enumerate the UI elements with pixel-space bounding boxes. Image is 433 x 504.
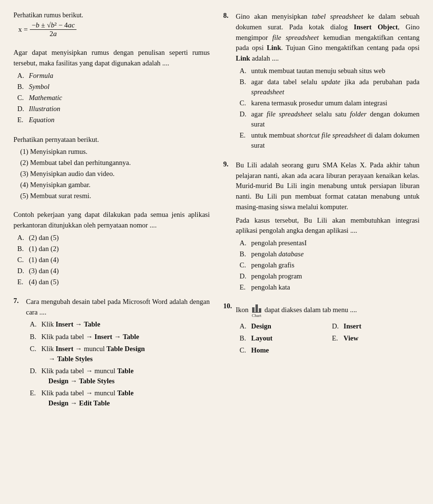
option-letter: D. — [30, 366, 38, 386]
question-10-content: Ikon Chart dapat diakses dalam tab menu … — [236, 302, 420, 356]
question-1-text: Agar dapat menyisipkan rumus dengan penu… — [13, 48, 210, 69]
option-text: Insert — [344, 321, 361, 331]
contoh-option-a: A. (2) dan (5) — [17, 233, 210, 243]
q10-option-d: D. Insert — [332, 321, 420, 331]
question-8-number: 8. — [223, 12, 233, 151]
option-letter: E. — [17, 277, 26, 287]
option-letter: D. — [17, 104, 26, 114]
option-letter: B. — [17, 244, 26, 254]
contoh-option-d: D. (3) dan (4) — [17, 266, 210, 276]
q7-option-a: A. Klik Insert → Table — [30, 319, 210, 329]
question-9-content: Bu Lili adalah seorang guru SMA Kelas X.… — [236, 160, 420, 293]
formula-display: x = −b ± √b² − 4ac 2a — [18, 21, 210, 38]
option-text: Klik Insert → Table — [41, 319, 100, 329]
option-text: View — [344, 333, 358, 343]
question-7-text: Cara mengubah desain tabel pada Microsof… — [26, 297, 210, 318]
option-text: (1) dan (4) — [29, 255, 59, 265]
option-1a: A. Formula — [17, 71, 210, 81]
page-container: Perhatikan rumus berikut. x = −b ± √b² −… — [13, 12, 420, 414]
q10-option-a: A. Design — [240, 321, 327, 331]
option-text: Equation — [29, 115, 54, 125]
question-8-options: A. untuk membuat tautan menuju sebuah si… — [240, 66, 420, 151]
option-text: Illustration — [29, 104, 60, 114]
q7-option-c: C. Klik Insert → muncul Table Design → T… — [30, 344, 210, 364]
option-1b: B. Symbol — [17, 82, 210, 92]
question-7-content: Cara mengubah desain tabel pada Microsof… — [26, 297, 210, 410]
q9-option-b: B. pengolah database — [240, 249, 420, 259]
option-letter: D. — [240, 109, 248, 129]
q9-option-a: A. pengolah presentasI — [240, 238, 420, 248]
pernyataan-item-4: (4) Menyisipkan gambar. — [20, 180, 210, 190]
q9-option-c: C. pengolah grafis — [240, 260, 420, 270]
question-8-text: Gino akan menyisipkan tabel spreadsheet … — [236, 12, 420, 64]
option-text: pengolah presentasI — [251, 238, 307, 248]
q7-option-e: E. Klik pada tabel → muncul Table Design… — [30, 388, 210, 408]
contoh-option-b: B. (1) dan (2) — [17, 244, 210, 254]
contoh-options: A. (2) dan (5) B. (1) dan (2) C. (1) dan… — [17, 233, 210, 287]
option-letter: D. — [240, 271, 248, 281]
formula-fraction: −b ± √b² − 4ac 2a — [30, 21, 77, 38]
pernyataan-item-5: (5) Membuat surat resmi. — [20, 191, 210, 201]
pernyataan-intro: Perhatikan pernyataan berikut. — [13, 135, 210, 145]
option-text: untuk membuat tautan menuju sebuah situs… — [251, 66, 385, 76]
q10-option-c: C. Home — [240, 345, 327, 355]
pernyataan-item-2: (2) Membuat tabel dan perhitungannya. — [20, 158, 210, 168]
contoh-text: Contoh pekerjaan yang dapat dilakukan pa… — [13, 210, 210, 231]
pernyataan-item-1: (1) Menyisipkan rumus. — [20, 147, 210, 157]
option-text: (3) dan (4) — [29, 266, 59, 276]
option-letter: E. — [17, 115, 26, 125]
q8-option-b: B. agar data tabel selalu update jika ad… — [240, 77, 420, 97]
pernyataan-list: (1) Menyisipkan rumus. (2) Membuat tabel… — [20, 147, 210, 201]
option-text: pengolah program — [251, 271, 302, 281]
option-text: (1) dan (2) — [29, 244, 59, 254]
bar-1 — [252, 307, 255, 312]
q7-option-d: D. Klik pada tabel → muncul Table Design… — [30, 366, 210, 386]
pernyataan-block: Perhatikan pernyataan berikut. (1) Menyi… — [13, 135, 210, 202]
question-9-block: 9. Bu Lili adalah seorang guru SMA Kelas… — [223, 160, 420, 293]
bar-2 — [255, 304, 258, 312]
option-text: Formula — [29, 71, 53, 81]
question-10-number: 10. — [223, 302, 233, 356]
option-text: karena termasuk prosedur umum dalam inte… — [251, 98, 387, 108]
option-letter: A. — [240, 321, 248, 331]
contoh-option-c: C. (1) dan (4) — [17, 255, 210, 265]
question-7-number: 7. — [13, 297, 23, 410]
option-letter: C. — [240, 98, 248, 108]
formula-numerator: −b ± √b² − 4ac — [30, 21, 77, 30]
option-letter: A. — [17, 233, 26, 243]
chart-bars — [252, 302, 261, 313]
option-text: Home — [251, 345, 269, 355]
option-letter: E. — [240, 282, 248, 292]
q10-option-e: E. View — [332, 333, 420, 343]
q9-option-e: E. pengolah kata — [240, 282, 420, 292]
formula-block: Perhatikan rumus berikut. x = −b ± √b² −… — [13, 12, 210, 40]
question-7-block: 7. Cara mengubah desain tabel pada Micro… — [13, 297, 210, 410]
option-letter: B. — [240, 77, 248, 97]
option-letter: D. — [332, 321, 341, 331]
question-10-options: A. Design D. Insert B. Layout E. View — [240, 321, 420, 356]
right-column: 8. Gino akan menyisipkan tabel spreadshe… — [223, 12, 420, 414]
q8-option-e: E. untuk membuat shortcut file spreadshe… — [240, 130, 420, 151]
question-10-block: 10. Ikon Chart dapat diakses dalam tab m… — [223, 302, 420, 356]
option-text: pengolah database — [251, 249, 304, 259]
option-text: Klik pada tabel → muncul Table Design → … — [41, 388, 134, 408]
option-letter: B. — [240, 249, 248, 259]
intro-text: Perhatikan rumus berikut. — [13, 12, 210, 19]
option-text: pengolah grafis — [251, 260, 294, 270]
chart-icon: Chart — [252, 302, 261, 319]
q10-text-after: dapat diakses dalam tab menu .... — [265, 306, 357, 314]
q10-option-b: B. Layout — [240, 333, 327, 343]
option-letter: C. — [17, 255, 26, 265]
question-8-block: 8. Gino akan menyisipkan tabel spreadshe… — [223, 12, 420, 151]
option-letter: A. — [30, 319, 38, 329]
option-1e: E. Equation — [17, 115, 210, 125]
question-9-options: A. pengolah presentasI B. pengolah datab… — [240, 238, 420, 292]
q7-option-b: B. Klik pada tabel → Insert → Table — [30, 332, 210, 342]
option-text: agar data tabel selalu update jika ada p… — [251, 77, 420, 97]
option-text: Klik Insert → muncul Table Design → Tabl… — [41, 344, 145, 364]
option-letter: E. — [240, 130, 248, 151]
q9-option-d: D. pengolah program — [240, 271, 420, 281]
option-text: (2) dan (5) — [29, 233, 59, 243]
formula-denominator: 2a — [48, 30, 59, 38]
option-text: Design — [251, 321, 271, 331]
